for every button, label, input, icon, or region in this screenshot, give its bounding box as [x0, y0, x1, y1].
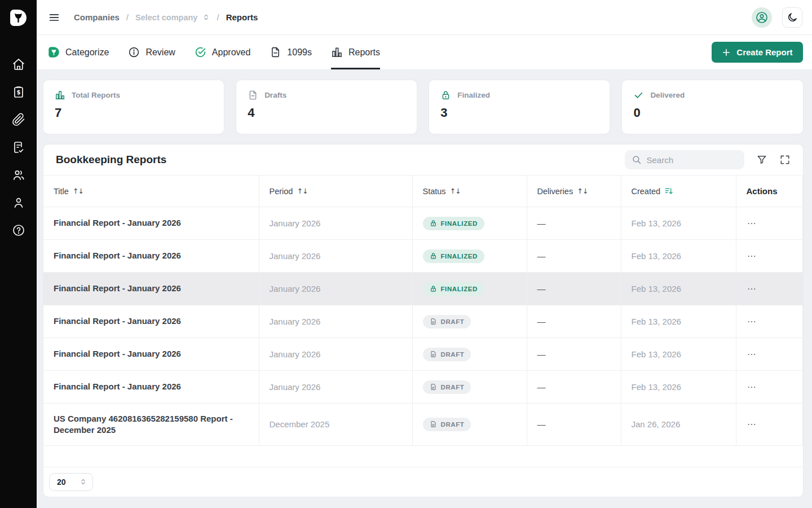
digits-logo-icon: [48, 46, 60, 58]
tabs: Categorize Review Approved: [48, 35, 380, 69]
report-title: Financial Report - January 2026: [43, 338, 259, 371]
status-badge: DRAFT: [423, 418, 471, 431]
report-period: December 2025: [259, 404, 412, 445]
tab-label: Approved: [212, 47, 251, 58]
row-actions-button[interactable]: [747, 349, 761, 360]
document-icon: [270, 46, 281, 58]
report-title: Financial Report - January 2026: [43, 273, 259, 305]
table-row[interactable]: Financial Report - January 2026 January …: [43, 371, 802, 404]
main-area: Companies / Select company / Reports: [37, 0, 812, 508]
team-users-icon[interactable]: [12, 168, 25, 182]
report-tabbar: Categorize Review Approved: [37, 35, 812, 70]
report-period: January 2026: [259, 305, 412, 338]
stat-card-finalized: Finalized 3: [429, 80, 610, 134]
table-row[interactable]: Financial Report - January 2026 January …: [43, 338, 802, 371]
stat-value: 7: [55, 106, 213, 120]
report-title: Financial Report - January 2026: [43, 371, 259, 404]
row-actions-button[interactable]: [747, 283, 761, 295]
home-icon[interactable]: [12, 58, 25, 71]
breadcrumb-separator: /: [126, 12, 129, 22]
stat-cards: Total Reports 7 Drafts 4 Finalized: [43, 80, 804, 134]
expand-icon[interactable]: [779, 154, 791, 165]
row-actions-button[interactable]: [747, 382, 761, 393]
report-created: Feb 13, 2026: [621, 305, 736, 338]
app-root: $ Companies: [0, 0, 812, 508]
tab-approved[interactable]: Approved: [195, 35, 251, 69]
report-created: Feb 13, 2026: [621, 207, 736, 240]
bookkeeping-clipboard-icon[interactable]: $: [12, 85, 25, 99]
info-circle-icon: [128, 46, 140, 58]
report-created: Jan 26, 2026: [621, 404, 736, 445]
moon-icon: [787, 12, 798, 23]
report-deliveries: —: [527, 338, 621, 371]
sort-icon: ↑↓: [577, 187, 588, 195]
paperclip-icon[interactable]: [12, 113, 25, 126]
stat-card-delivered: Delivered 0: [621, 80, 803, 134]
stat-value: 0: [633, 106, 791, 120]
hamburger-icon[interactable]: [48, 11, 60, 24]
stat-label: Delivered: [650, 91, 685, 99]
company-selector[interactable]: Select company: [135, 13, 210, 22]
row-actions-button[interactable]: [747, 419, 761, 430]
ellipsis-icon: [747, 382, 757, 392]
app-logo[interactable]: [0, 0, 37, 35]
company-selector-label: Select company: [135, 13, 197, 22]
document-icon: [430, 383, 437, 391]
table-row[interactable]: Financial Report - January 2026 January …: [43, 240, 802, 273]
filter-icon[interactable]: [756, 154, 767, 165]
report-deliveries: —: [527, 240, 621, 273]
sort-icon: ↑↓: [73, 187, 83, 195]
column-header-period[interactable]: Period↑↓: [259, 176, 412, 207]
status-badge: FINALIZED: [423, 249, 484, 263]
dark-mode-toggle[interactable]: [782, 7, 802, 28]
create-report-button[interactable]: Create Report: [712, 42, 802, 63]
breadcrumb-companies[interactable]: Companies: [74, 12, 120, 22]
breadcrumb-current: Reports: [226, 12, 258, 22]
status-badge: DRAFT: [423, 348, 471, 361]
row-actions-button[interactable]: [747, 316, 761, 327]
topbar: Companies / Select company / Reports: [37, 0, 812, 35]
content: Total Reports 7 Drafts 4 Finalized: [37, 70, 812, 508]
tab-categorize[interactable]: Categorize: [48, 35, 109, 69]
ellipsis-icon: [747, 349, 757, 360]
tab-label: Review: [145, 47, 175, 58]
lock-icon: [430, 285, 437, 292]
tab-reports[interactable]: Reports: [331, 35, 380, 69]
help-icon[interactable]: [12, 224, 25, 237]
search-icon: [632, 155, 642, 165]
column-header-status[interactable]: Status↑↓: [412, 176, 527, 207]
reports-table: Title↑↓ Period↑↓ Status↑↓ Deliveries↑↓ C…: [43, 175, 803, 445]
tab-1099s[interactable]: 1099s: [270, 35, 312, 69]
reports-file-check-icon[interactable]: [12, 141, 25, 154]
check-circle-icon: [195, 46, 206, 58]
breadcrumb-separator: /: [217, 12, 219, 22]
avatar[interactable]: [752, 7, 772, 28]
row-actions-button[interactable]: [747, 251, 761, 262]
status-badge: DRAFT: [423, 380, 471, 394]
tab-label: Reports: [348, 47, 380, 58]
tab-label: Categorize: [65, 47, 109, 58]
sidebar: $: [0, 0, 37, 508]
document-icon: [430, 351, 437, 358]
table-row[interactable]: US Company 4620816365282159580 Report - …: [43, 404, 802, 445]
table-row[interactable]: Financial Report - January 2026 January …: [43, 207, 802, 240]
table-row[interactable]: Financial Report - January 2026 January …: [43, 305, 802, 338]
search-input[interactable]: [647, 155, 738, 165]
search-box: [625, 150, 744, 169]
report-created: Feb 13, 2026: [621, 338, 736, 371]
table-row[interactable]: Financial Report - January 2026 January …: [43, 273, 802, 305]
row-actions-button[interactable]: [747, 218, 761, 229]
report-period: January 2026: [259, 273, 412, 305]
column-header-title[interactable]: Title↑↓: [43, 176, 259, 207]
ellipsis-icon: [747, 419, 757, 430]
tab-review[interactable]: Review: [128, 35, 175, 69]
lock-icon: [430, 252, 437, 260]
column-header-deliveries[interactable]: Deliveries↑↓: [527, 176, 621, 207]
column-header-created[interactable]: Created: [621, 176, 736, 207]
report-deliveries: —: [527, 371, 621, 404]
document-icon: [430, 421, 437, 428]
report-title: Financial Report - January 2026: [43, 240, 259, 273]
page-size-select[interactable]: 20: [49, 473, 93, 491]
bookkeeping-reports-panel: Bookkeeping Reports: [43, 144, 804, 497]
profile-person-icon[interactable]: [12, 196, 25, 209]
